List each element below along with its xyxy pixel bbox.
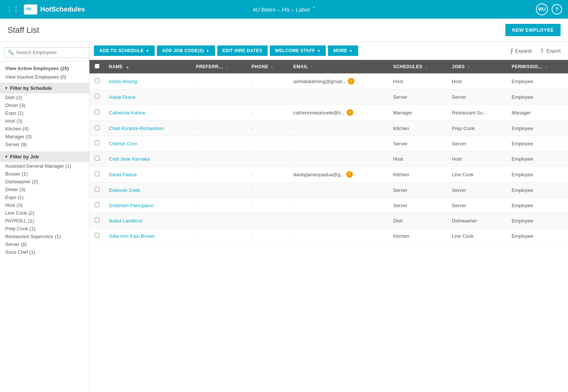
export-action[interactable]: ⇧ Export [537, 46, 564, 56]
job-filter-item[interactable]: Prep Cook (1) [0, 225, 89, 233]
new-employee-button[interactable]: NEW EMPLOYEE [505, 24, 561, 36]
expand-action[interactable]: ⨍ Expand [507, 46, 534, 56]
row-checkbox[interactable] [89, 198, 104, 213]
filter-by-schedule-header[interactable]: ▼ Filter by Schedule [0, 83, 89, 94]
employee-preferred: - [192, 105, 247, 121]
row-select-checkbox[interactable] [95, 125, 100, 130]
employee-name[interactable]: Aukai Grace [104, 89, 192, 105]
row-select-checkbox[interactable] [95, 156, 100, 161]
row-checkbox[interactable] [89, 121, 104, 136]
add-job-codes-button[interactable]: ADD JOB CODE(S) ▼ [157, 45, 215, 56]
email-badge: ! [346, 171, 353, 178]
page-header: Staff List NEW EMPLOYEE [0, 19, 568, 42]
employee-phone: - [247, 136, 289, 151]
employee-name[interactable]: Ikaika Landford [104, 213, 192, 228]
job-filter-item[interactable]: Busser (1) [0, 170, 89, 178]
search-input[interactable] [16, 50, 89, 55]
job-filter-item[interactable]: Server (8) [0, 240, 89, 248]
col-phone[interactable]: PHONE ↕ [247, 60, 289, 73]
row-select-checkbox[interactable] [95, 202, 100, 207]
row-select-checkbox[interactable] [95, 94, 100, 99]
row-select-checkbox[interactable] [95, 187, 100, 192]
row-select-checkbox[interactable] [95, 140, 100, 145]
employee-permission: Employee [507, 89, 568, 105]
employee-jobs: Restaurant Su... [447, 105, 507, 121]
row-checkbox[interactable] [89, 136, 104, 151]
employee-name[interactable]: Julie Ann Kaiu Brown [104, 228, 192, 244]
row-checkbox[interactable] [89, 213, 104, 228]
employee-name[interactable]: Gretchen Pancipanci [104, 198, 192, 213]
schedule-filter-item[interactable]: Expo (1) [0, 109, 89, 117]
welcome-staff-button[interactable]: WELCOME STAFF ▼ [270, 45, 326, 56]
help-button[interactable]: ? [552, 4, 562, 15]
employee-jobs: Host [447, 73, 507, 89]
row-checkbox[interactable] [89, 89, 104, 105]
employee-name[interactable]: Codi Jane Kamaka [104, 151, 192, 167]
employee-schedules: Host [389, 73, 448, 89]
job-filter-item[interactable]: Line Cook (2) [0, 209, 89, 217]
job-filter-item[interactable]: PAYROLL (1) [0, 217, 89, 225]
more-button[interactable]: MORE ▼ [328, 45, 358, 56]
employee-table: NAME ▲ PREFERR... ↕ PHONE ↕ EMAIL ↕ SCHE… [89, 60, 568, 244]
employee-permission: Employee [507, 183, 568, 198]
row-checkbox[interactable] [89, 105, 104, 121]
table-row: Cherish Corn - - - Server Server Employe… [89, 136, 568, 151]
employee-schedules: Kitchen [389, 121, 448, 136]
employee-permission: Employee [507, 121, 568, 136]
row-select-checkbox[interactable] [95, 218, 100, 222]
export-icon: ⇧ [540, 47, 545, 54]
employee-name[interactable]: Cherish Corn [104, 136, 192, 151]
employee-permission: Employee [507, 151, 568, 167]
add-to-schedule-button[interactable]: ADD TO SCHEDULE ▼ [94, 45, 155, 56]
job-filter-item[interactable]: Sous Chef (1) [0, 248, 89, 256]
filter-by-job-header[interactable]: ▼ Filter by Job [0, 151, 89, 162]
employee-name[interactable]: Aisha Ahsing [104, 73, 192, 89]
employee-preferred: - [192, 198, 247, 213]
view-inactive-link[interactable]: View Inactive Employees (0) [0, 73, 89, 81]
select-all-checkbox[interactable] [95, 64, 100, 69]
schedule-filter-item[interactable]: Server (9) [0, 140, 89, 148]
employee-email: - [289, 228, 389, 244]
employee-name[interactable]: Deborah Cook [104, 183, 192, 198]
employee-name[interactable]: Catherine Kahue [104, 105, 192, 121]
col-email[interactable]: EMAIL ↕ [289, 60, 389, 73]
row-select-checkbox[interactable] [95, 171, 100, 176]
employee-phone: - [247, 121, 289, 136]
job-filter-item[interactable]: Expo (1) [0, 193, 89, 201]
job-filter-item[interactable]: Assistant General Manager (1) [0, 162, 89, 170]
top-nav: ⋮⋮ HS HotSchedules 4U Bistro – HS – Labo… [0, 0, 568, 19]
row-checkbox[interactable] [89, 151, 104, 167]
job-filter-item[interactable]: Host (3) [0, 201, 89, 209]
employee-name[interactable]: David Padua [104, 167, 192, 183]
job-filter-item[interactable]: Driver (3) [0, 186, 89, 193]
col-jobs[interactable]: JOBS ↕ [447, 60, 507, 73]
edit-hire-dates-button[interactable]: EDIT HIRE DATES [217, 45, 268, 56]
schedule-filter-item[interactable]: Driver (3) [0, 101, 89, 109]
row-select-checkbox[interactable] [95, 233, 100, 238]
row-checkbox[interactable] [89, 228, 104, 244]
employee-phone: - [247, 183, 289, 198]
logo-icon: HS [24, 4, 37, 15]
col-schedules[interactable]: SCHEDULES ↕ [389, 60, 448, 73]
avatar-button[interactable]: WU [536, 3, 548, 15]
view-active-link[interactable]: View Active Employees (25) [0, 64, 89, 73]
schedule-filter-item[interactable]: Host (3) [0, 117, 89, 125]
schedule-filter-item[interactable]: Kitchen (4) [0, 125, 89, 133]
col-permission[interactable]: PERMISSIO... ↕ [507, 60, 568, 73]
row-select-checkbox[interactable] [95, 110, 100, 114]
job-filter-item[interactable]: Dishwasher (2) [0, 178, 89, 186]
checkbox-header[interactable] [89, 60, 104, 73]
col-name[interactable]: NAME ▲ [104, 60, 192, 73]
schedule-filter-item[interactable]: Dish (2) [0, 94, 89, 101]
employee-name[interactable]: Chad Ka'anoi-Richardson [104, 121, 192, 136]
col-preferred[interactable]: PREFERR... ↕ [192, 60, 247, 73]
grid-icon[interactable]: ⋮⋮ [6, 5, 19, 13]
employee-table-wrap: NAME ▲ PREFERR... ↕ PHONE ↕ EMAIL ↕ SCHE… [89, 60, 568, 392]
row-checkbox[interactable] [89, 183, 104, 198]
row-checkbox[interactable] [89, 167, 104, 183]
schedule-filter-item[interactable]: Manager (3) [0, 133, 89, 140]
row-select-checkbox[interactable] [95, 78, 100, 83]
row-checkbox[interactable] [89, 73, 104, 89]
employee-schedules: Server [389, 89, 448, 105]
job-filter-item[interactable]: Restaurant Supervisor (1) [0, 233, 89, 240]
